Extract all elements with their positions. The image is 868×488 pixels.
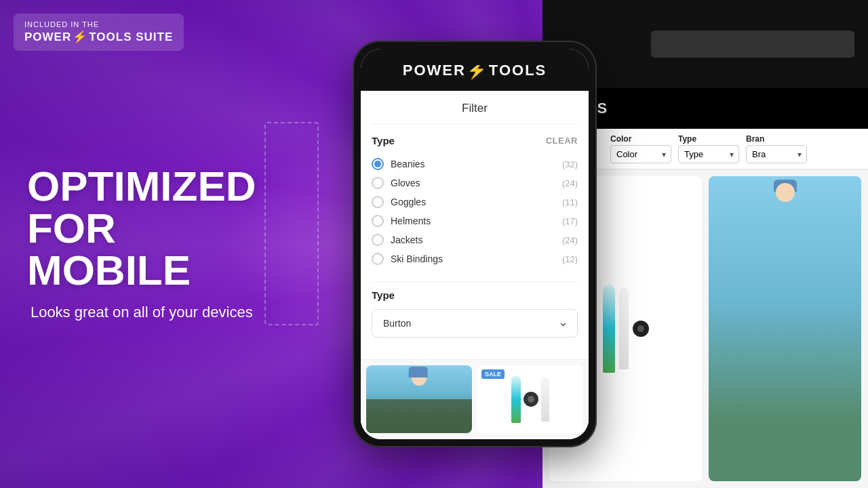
desktop-person-img [709,176,861,481]
ski-binding-inner-1 [528,396,534,403]
brand-section: Type Burton Salomon K2 Rossignol [372,289,578,338]
filter-item-ski-bindings[interactable]: Ski Bindings (12) [372,249,578,268]
phone-product-1 [366,365,472,433]
badge-pre: POWER [24,30,71,44]
filter-divider [372,282,578,283]
filter-count-helments: (17) [562,216,578,226]
desktop-brand-select[interactable]: Bra [746,145,807,163]
lightning-icon-badge: ⚡ [73,30,87,44]
badge-post: TOOLS SUITE [89,30,173,44]
desktop-product-card-2 [709,176,861,481]
badge-top-line: INCLUDED IN THE [24,20,173,28]
radio-beanies[interactable] [372,158,384,170]
desktop-filter-brand: Bran Bra [746,134,807,163]
phone-device: POWER ⚡ TOOLS Filter Type CLEAR [353,41,597,447]
filter-type-section: Type CLEAR Beanies (32) [372,135,578,268]
filter-count-beanies: (32) [562,159,578,169]
phone-container: POWER ⚡ TOOLS Filter Type CLEAR [353,41,597,447]
filter-label-helments: Helments [391,216,431,226]
radio-helments[interactable] [372,215,384,227]
filter-count-goggles: (11) [562,197,578,207]
filter-type-label: Type [372,135,395,146]
desktop-filter-type: Type Type [678,134,739,163]
desktop-type-label: Type [678,134,739,144]
radio-jackets[interactable] [372,234,384,246]
filter-panel: Filter Type CLEAR Beanies [361,91,589,359]
phone-product-2: SALE [477,365,583,433]
desktop-color-label: Color [610,134,671,144]
radio-gloves[interactable] [372,177,384,189]
brand-dropdown-wrapper[interactable]: Burton Salomon K2 Rossignol [372,309,578,338]
hero-title-line3: MOBILE [27,249,256,291]
phone-notch [441,49,509,65]
desktop-brand-select-wrapper[interactable]: Bra [746,145,807,163]
phone-products: SALE [361,359,589,439]
suite-badge: INCLUDED IN THE POWER ⚡ TOOLS SUITE [14,14,184,51]
clear-button[interactable]: CLEAR [546,136,578,146]
filter-item-beanies[interactable]: Beanies (32) [372,155,578,174]
desktop-type-select-wrapper[interactable]: Type [678,145,739,163]
filter-count-ski-bindings: (12) [562,254,578,264]
badge-main-line: POWER ⚡ TOOLS SUITE [24,30,173,44]
radio-goggles[interactable] [372,196,384,208]
ski-2 [541,378,549,422]
filter-label-beanies: Beanies [391,159,425,169]
person-head [776,183,795,202]
desktop-color-select[interactable]: Color [610,145,671,163]
phone-screen: POWER ⚡ TOOLS Filter Type CLEAR [361,49,589,439]
radio-ski-bindings[interactable] [372,253,384,265]
filter-item-helments[interactable]: Helments (17) [372,211,578,230]
ski-pair [511,372,549,426]
brand-section-header: Type [372,289,578,301]
brand-label: Type [372,289,395,301]
ski-binding-1 [524,392,538,407]
filter-section-header: Type CLEAR [372,135,578,146]
filter-item-gloves[interactable]: Gloves (24) [372,174,578,192]
filter-label-ski-bindings: Ski Bindings [391,253,443,264]
hero-title-line1: OPTIMIZED [27,165,256,207]
brand-dropdown[interactable]: Burton Salomon K2 Rossignol [372,309,578,338]
ski-1 [511,375,521,423]
hero-text: OPTIMIZED FOR MOBILE Looks great on all … [27,165,256,323]
phone-sale-badge-1: SALE [481,369,505,379]
dotted-outline [264,122,319,325]
filter-label-goggles: Goggles [391,197,426,207]
filter-label-jackets: Jackets [391,235,422,245]
desktop-filter-color: Color Color [610,134,671,163]
desktop-search-bar[interactable] [651,30,854,58]
filter-title: Filter [372,102,578,124]
filter-item-goggles[interactable]: Goggles (11) [372,192,578,211]
phone-content[interactable]: Filter Type CLEAR Beanies [361,91,589,439]
hero-subtitle: Looks great on all of your devices [27,302,256,323]
hero-title-line2: FOR [27,207,256,249]
filter-count-jackets: (24) [562,235,578,245]
filter-item-jackets[interactable]: Jackets (24) [372,230,578,249]
filter-label-gloves: Gloves [391,178,420,188]
hero-title: OPTIMIZED FOR MOBILE [27,165,256,291]
desktop-type-select[interactable]: Type [678,145,739,163]
filter-count-gloves: (24) [562,178,578,188]
desktop-brand-label: Bran [746,134,807,144]
desktop-color-select-wrapper[interactable]: Color [610,145,671,163]
